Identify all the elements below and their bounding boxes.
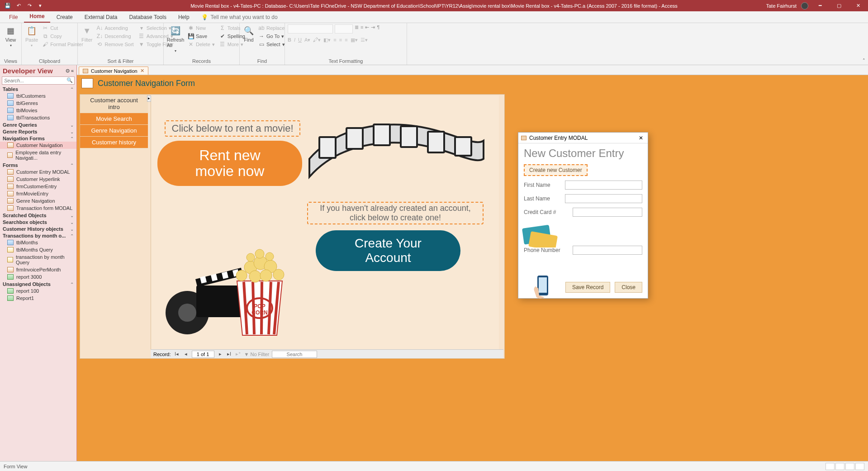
navitem-employee-navigation[interactable]: Employee data entry Navigati...	[0, 149, 76, 162]
restore-button[interactable]: ▢	[832, 0, 846, 11]
font-color-icon[interactable]: A▾	[304, 37, 310, 43]
goto-button[interactable]: →Go To▾	[257, 33, 286, 40]
navitem-tblcustomers[interactable]: tblCustomers	[0, 92, 76, 100]
navgroup-forms[interactable]: Forms⌃	[0, 162, 76, 168]
navgroup-genre-reports[interactable]: Genre Reports⌄	[0, 128, 76, 135]
navitem-tblmovies[interactable]: tblMovies	[0, 107, 76, 114]
redo-icon[interactable]: ↷	[25, 2, 33, 10]
numbering-icon[interactable]: ≡	[360, 24, 363, 33]
nav-collapse-icon[interactable]: «	[71, 68, 74, 74]
qat-customize-icon[interactable]: ▾	[36, 2, 44, 10]
alt-row-icon[interactable]: ☰▾	[360, 37, 368, 43]
subnav-genre-navigation[interactable]: Genre Navigation	[80, 125, 148, 137]
highlight-icon[interactable]: 🖍▾	[313, 37, 321, 43]
phone-input[interactable]	[573, 246, 642, 255]
navitem-report-3000[interactable]: report 3000	[0, 273, 76, 281]
delete-button[interactable]: ✕Delete▾	[186, 41, 216, 48]
design-view-button[interactable]	[855, 463, 864, 470]
modal-close-button[interactable]: Close	[615, 282, 642, 293]
remove-sort-button[interactable]: ⟲Remove Sort	[95, 41, 135, 48]
create-new-customer-button[interactable]: Create new Customer	[524, 164, 588, 176]
text-direction-icon[interactable]: ¶	[377, 24, 379, 33]
nav-pane-title[interactable]: Developer View	[3, 67, 53, 75]
view-button[interactable]: ▦View▾	[3, 24, 19, 48]
modal-close-icon[interactable]: ✕	[637, 134, 645, 142]
form-view-button[interactable]	[825, 463, 835, 470]
gridlines-icon[interactable]: ▦▾	[351, 37, 358, 43]
navitem-tbltransactions[interactable]: tblTransactions	[0, 114, 76, 121]
find-button[interactable]: 🔍Find	[242, 24, 255, 43]
navitem-tblmonths-query[interactable]: tblMonths Query	[0, 246, 76, 253]
record-position-input[interactable]	[192, 351, 214, 358]
doc-tab-customer-navigation[interactable]: Customer Navigation ✕	[79, 67, 148, 75]
bullets-icon[interactable]: ≣	[355, 24, 359, 33]
navitem-report-100[interactable]: report 100	[0, 287, 76, 295]
align-center-icon[interactable]: ≡	[339, 37, 342, 43]
navitem-customer-navigation[interactable]: Customer Navigation	[0, 142, 76, 149]
italic-button[interactable]: I	[294, 37, 295, 43]
navitem-frmmovieentry[interactable]: frmMovieEntry	[0, 190, 76, 197]
record-selector-icon[interactable]: ▸	[147, 95, 151, 102]
indent-right-icon[interactable]: ⇥	[371, 24, 375, 33]
navitem-tblgenres[interactable]: tblGenres	[0, 100, 76, 107]
navitem-transactions-month-query[interactable]: transactiosn by month Query	[0, 253, 76, 266]
navgroup-customer-history[interactable]: Customer History objects⌄	[0, 225, 76, 232]
subnav-customer-history[interactable]: Customer history	[80, 137, 148, 148]
navgroup-unassigned[interactable]: Unassigned Objects⌃	[0, 281, 76, 287]
create-account-button[interactable]: Create YourAccount	[316, 230, 460, 271]
replace-button[interactable]: abReplace	[257, 24, 286, 32]
first-record-button[interactable]: I◂	[174, 351, 180, 357]
navgroup-tables[interactable]: Tables⌃	[0, 86, 76, 92]
save-record-button[interactable]: 💾Save	[186, 33, 216, 40]
refresh-all-button[interactable]: 🔄Refresh All▾	[166, 24, 185, 54]
rent-new-movie-button[interactable]: Rent newmovie now	[157, 141, 302, 186]
modal-titlebar[interactable]: Customer Entry MODAL ✕	[518, 133, 648, 143]
tab-file[interactable]: File	[4, 12, 23, 23]
tell-me-box[interactable]: 💡 Tell me what you want to do	[201, 14, 278, 23]
datasheet-view-button[interactable]	[835, 463, 844, 470]
user-avatar-icon[interactable]	[801, 2, 808, 10]
navitem-customer-hyperlink[interactable]: Customer Hyperlink	[0, 176, 76, 183]
ascending-button[interactable]: A↓Ascending	[95, 24, 135, 32]
nav-search-input[interactable]	[2, 76, 75, 85]
navitem-tblmonths[interactable]: tblMonths	[0, 239, 76, 246]
underline-button[interactable]: U	[298, 37, 302, 43]
save-icon[interactable]: 💾	[4, 2, 12, 10]
navgroup-transactions-month[interactable]: Transactions by month o...⌃	[0, 232, 76, 239]
collapse-ribbon-icon[interactable]: ˄	[863, 58, 865, 64]
search-icon[interactable]: 🔍	[66, 77, 73, 83]
navgroup-scratched[interactable]: Scratched Objects⌄	[0, 212, 76, 219]
close-tab-icon[interactable]: ✕	[140, 68, 144, 74]
subnav-account-intro[interactable]: Customer account intro	[80, 95, 148, 113]
last-record-button[interactable]: ▸I	[226, 351, 232, 357]
last-name-input[interactable]	[565, 194, 642, 203]
navitem-report1[interactable]: Report1	[0, 295, 76, 302]
no-filter-label[interactable]: ▼ No Filter	[244, 352, 270, 357]
font-name-combo[interactable]	[288, 24, 333, 33]
bold-button[interactable]: B	[288, 37, 291, 43]
navitem-frmcustomerentry[interactable]: frmCustomerEntry	[0, 183, 76, 190]
navgroup-searchbox[interactable]: Searchbox objects⌄	[0, 219, 76, 225]
navgroup-navigation-forms[interactable]: Navigation Forms⌃	[0, 135, 76, 142]
modal-save-button[interactable]: Save Record	[565, 282, 610, 293]
paste-button[interactable]: 📋Paste▾	[24, 24, 39, 48]
select-button[interactable]: ▭Select▾	[257, 41, 286, 48]
navitem-transaction-form-modal[interactable]: Transaction form MODAL	[0, 205, 76, 212]
tab-create[interactable]: Create	[51, 12, 78, 23]
tab-home[interactable]: Home	[24, 11, 50, 23]
credit-card-input[interactable]	[573, 208, 642, 217]
layout-view-button[interactable]	[845, 463, 854, 470]
fill-color-icon[interactable]: ◧▾	[323, 37, 331, 43]
nav-dropdown-icon[interactable]: ⊙	[66, 68, 70, 74]
navitem-frminvoicepermonth[interactable]: frmInvoicePerMonth	[0, 266, 76, 273]
prev-record-button[interactable]: ◂	[183, 351, 189, 357]
new-record-button-nav[interactable]: ▸*	[235, 351, 242, 357]
tab-help[interactable]: Help	[173, 12, 195, 23]
indent-left-icon[interactable]: ⇤	[365, 24, 369, 33]
font-size-combo[interactable]	[335, 24, 353, 33]
subnav-movie-search[interactable]: Movie Search	[80, 113, 148, 125]
align-right-icon[interactable]: ≡	[345, 37, 347, 43]
close-window-button[interactable]: ✕	[851, 0, 865, 11]
new-record-button[interactable]: ✱New	[186, 24, 216, 32]
nav-search[interactable]: 🔍	[2, 76, 75, 85]
